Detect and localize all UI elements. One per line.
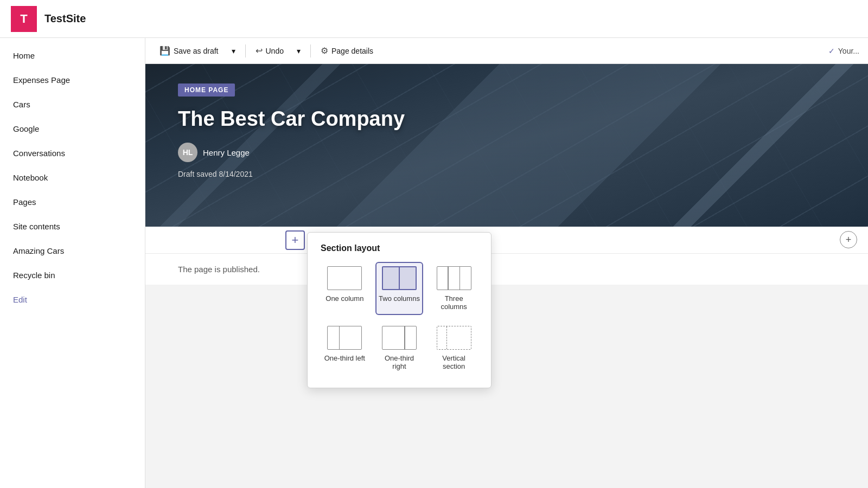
layout-option-two-columns[interactable]: Two columns [375, 262, 424, 315]
hero-section: HOME PAGE The Best Car Company HL Henry … [145, 64, 868, 227]
sidebar-item-site-contents[interactable]: Site contents [0, 214, 145, 239]
save-draft-dropdown[interactable]: ▾ [226, 43, 241, 59]
layout-option-three-columns[interactable]: Three columns [430, 262, 478, 315]
page-canvas: HOME PAGE The Best Car Company HL Henry … [145, 64, 868, 488]
content-area: 💾 Save as draft ▾ ↩ Undo ▾ ⚙ Page detail… [145, 38, 868, 488]
app-header: T TestSite [0, 0, 868, 38]
author-name: Henry Legge [203, 148, 250, 157]
one-third-left-icon [327, 326, 362, 350]
site-logo: T [11, 6, 37, 32]
sidebar-item-amazing-cars[interactable]: Amazing Cars [0, 239, 145, 263]
toolbar-separator [245, 44, 246, 57]
road-overlay [145, 64, 868, 227]
add-section-bar: + Section layout One column [145, 227, 868, 254]
page-details-button[interactable]: ⚙ Page details [315, 42, 379, 59]
check-icon: ✓ [828, 47, 835, 55]
sidebar-item-conversations[interactable]: Conversations [0, 141, 145, 165]
undo-icon: ↩ [256, 46, 263, 56]
popup-title: Section layout [321, 243, 478, 253]
two-column-icon [382, 266, 417, 290]
one-third-left-label: One-third left [324, 354, 365, 362]
layout-option-one-column[interactable]: One column [321, 262, 369, 315]
layout-option-one-third-left[interactable]: One-third left [321, 322, 369, 375]
main-layout: Home Expenses Page Cars Google Conversat… [0, 38, 868, 488]
one-column-icon [327, 266, 362, 290]
right-add-button[interactable]: + [840, 231, 857, 248]
hero-title: The Best Car Company [178, 107, 405, 131]
site-title: TestSite [44, 12, 86, 25]
undo-dropdown[interactable]: ▾ [291, 43, 306, 59]
toolbar-separator-2 [310, 44, 311, 57]
three-columns-label: Three columns [432, 294, 476, 311]
layout-options-grid: One column Two columns [321, 262, 478, 375]
one-third-right-icon [382, 326, 417, 350]
save-draft-button[interactable]: 💾 Save as draft [154, 42, 224, 59]
vertical-section-label: Vertical section [432, 354, 476, 370]
gear-icon: ⚙ [321, 46, 328, 56]
chevron-down-icon: ▾ [232, 47, 235, 55]
hero-tag: HOME PAGE [178, 84, 235, 97]
hero-author: HL Henry Legge [178, 143, 250, 162]
vertical-section-icon [437, 326, 471, 350]
draft-saved-text: Draft saved 8/14/2021 [178, 170, 253, 178]
page-body: The page is published. [145, 254, 868, 285]
sidebar-item-notebook[interactable]: Notebook [0, 165, 145, 190]
three-column-icon [437, 266, 471, 290]
sidebar-item-edit[interactable]: Edit [0, 287, 145, 312]
layout-option-vertical-section[interactable]: Vertical section [430, 322, 478, 375]
one-column-label: One column [326, 294, 363, 303]
avatar: HL [178, 143, 197, 162]
sidebar-item-expenses[interactable]: Expenses Page [0, 68, 145, 92]
save-icon: 💾 [159, 46, 170, 56]
sidebar-item-recycle-bin[interactable]: Recycle bin [0, 263, 145, 287]
sidebar-item-google[interactable]: Google [0, 117, 145, 141]
undo-chevron-icon: ▾ [297, 47, 301, 55]
sidebar-item-home[interactable]: Home [0, 43, 145, 68]
toolbar-right: ✓ Your... [828, 47, 859, 55]
add-section-button[interactable]: + [285, 230, 305, 250]
one-third-right-label: One-third right [378, 354, 422, 370]
layout-option-one-third-right[interactable]: One-third right [375, 322, 424, 375]
sidebar-item-cars[interactable]: Cars [0, 92, 145, 117]
sidebar: Home Expenses Page Cars Google Conversat… [0, 38, 145, 488]
section-layout-popup: Section layout One column [307, 232, 492, 388]
toolbar: 💾 Save as draft ▾ ↩ Undo ▾ ⚙ Page detail… [145, 38, 868, 64]
sidebar-item-pages[interactable]: Pages [0, 190, 145, 214]
two-columns-label: Two columns [379, 294, 420, 303]
undo-button[interactable]: ↩ Undo [250, 42, 289, 59]
